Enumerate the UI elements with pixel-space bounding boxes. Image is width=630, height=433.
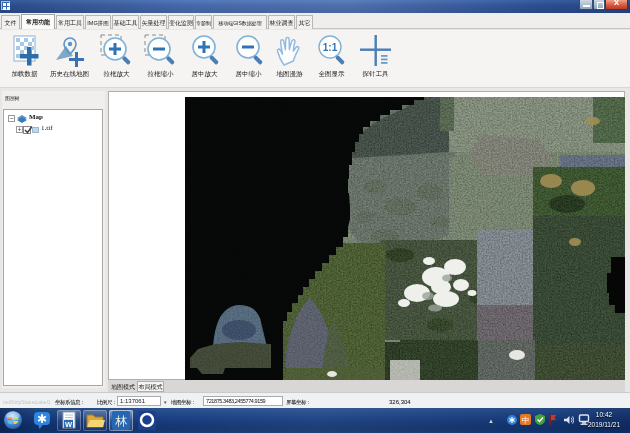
svg-text:中: 中 [522,416,530,425]
svg-text:林: 林 [115,414,128,428]
svg-text:1:1: 1:1 [322,42,337,53]
svg-text:W: W [65,420,73,429]
svg-text:✱: ✱ [37,412,47,426]
